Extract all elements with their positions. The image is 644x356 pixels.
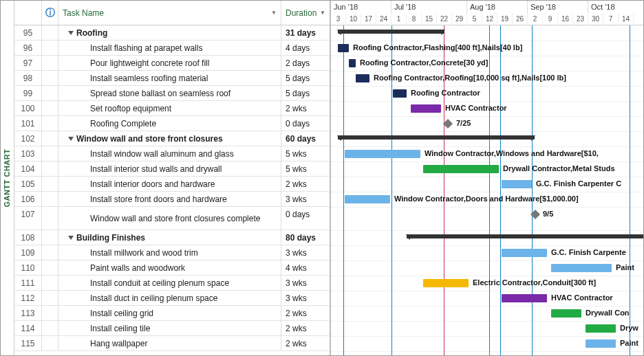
task-name-cell[interactable]: Install seamless roofing material	[58, 71, 281, 85]
duration-cell[interactable]: 80 days	[281, 230, 330, 245]
table-row[interactable]: 100Set rooftop equipment2 wks	[14, 101, 330, 116]
duration-cell[interactable]: 2 wks	[281, 306, 330, 320]
table-row[interactable]: 114Install ceiling tile2 wks	[14, 321, 330, 336]
duration-cell[interactable]: 0 days	[281, 116, 330, 131]
summary-bar[interactable]	[338, 135, 535, 140]
table-row[interactable]: 112Install duct in ceiling plenum space3…	[14, 291, 330, 306]
summary-bar[interactable]	[407, 234, 643, 238]
gantt-row	[331, 131, 643, 146]
collapse-icon[interactable]	[68, 31, 74, 35]
table-row[interactable]: 104Install interior stud walls and drywa…	[14, 162, 330, 177]
task-bar[interactable]	[393, 89, 407, 98]
task-bar[interactable]	[502, 180, 532, 188]
table-row[interactable]: 109Install millwork and wood trim3 wks	[14, 245, 330, 260]
task-name-cell[interactable]: Paint walls and woodwork	[58, 260, 281, 275]
col-id-header[interactable]	[14, 1, 42, 25]
task-bar[interactable]	[502, 249, 547, 257]
milestone-icon[interactable]	[443, 119, 453, 129]
task-name-cell[interactable]: Set rooftop equipment	[58, 101, 281, 115]
task-bar[interactable]	[411, 104, 441, 113]
task-name-cell[interactable]: Window wall and store front closures com…	[58, 207, 281, 230]
task-name-cell[interactable]: Spread stone ballast on seamless roof	[58, 86, 281, 100]
duration-cell[interactable]: 60 days	[281, 131, 330, 146]
task-name-cell[interactable]: Install window wall aluminum and glass	[58, 146, 281, 161]
task-name-cell[interactable]: Install conduit at ceiling plenum space	[58, 276, 281, 290]
col-info-header[interactable]: ⓘ	[42, 1, 58, 25]
duration-cell[interactable]: 3 wks	[281, 291, 330, 305]
milestone-icon[interactable]	[530, 210, 540, 219]
duration-cell[interactable]: 2 wks	[281, 321, 330, 335]
task-name-cell[interactable]: Install ceiling grid	[58, 306, 281, 320]
collapse-icon[interactable]	[68, 236, 74, 240]
duration-cell[interactable]: 5 wks	[281, 162, 330, 176]
table-row[interactable]: 98Install seamless roofing material5 day…	[14, 71, 330, 86]
task-name-cell[interactable]: Pour lightweight concrete roof fill	[58, 56, 281, 70]
duration-cell[interactable]: 5 days	[281, 86, 330, 100]
table-row[interactable]: 103Install window wall aluminum and glas…	[14, 146, 330, 162]
table-row[interactable]: 105Install interior doors and hardware2 …	[14, 177, 330, 192]
col-duration-header[interactable]: Duration ▼	[281, 1, 330, 25]
bar-label: Window Contractor,Windows and Hardware[$…	[425, 149, 599, 157]
duration-cell[interactable]: 3 wks	[281, 276, 330, 290]
duration-cell[interactable]: 3 wks	[281, 192, 330, 206]
task-bar[interactable]	[551, 309, 581, 318]
table-row[interactable]: 110Paint walls and woodwork4 wks	[14, 260, 330, 276]
table-row[interactable]: 99Spread stone ballast on seamless roof5…	[14, 86, 330, 101]
gantt-timeline[interactable]: Jun '18Jul '18Aug '18Sep '18Oct '18 3101…	[331, 1, 643, 355]
task-bar[interactable]	[586, 324, 616, 333]
duration-cell[interactable]: 5 days	[281, 71, 330, 85]
summary-bar[interactable]	[338, 30, 444, 34]
duration-cell[interactable]: 2 wks	[281, 177, 330, 191]
table-row[interactable]: 108Building Finishes80 days	[14, 230, 330, 245]
task-bar[interactable]	[423, 279, 469, 287]
duration-cell[interactable]: 3 wks	[281, 245, 330, 260]
task-bar[interactable]	[551, 264, 612, 272]
table-row[interactable]: 101Roofing Complete0 days	[14, 116, 330, 131]
table-row[interactable]: 95Roofing31 days	[14, 25, 330, 41]
day-header: 29	[452, 13, 467, 25]
duration-cell[interactable]: 0 days	[281, 207, 330, 230]
task-bar[interactable]	[423, 165, 499, 173]
task-name-cell[interactable]: Install interior doors and hardware	[58, 177, 281, 191]
duration-cell[interactable]: 4 days	[281, 41, 330, 55]
task-name-cell[interactable]: Window wall and store front closures	[58, 131, 281, 146]
table-row[interactable]: 102Window wall and store front closures6…	[14, 131, 330, 146]
task-bar[interactable]	[349, 59, 356, 67]
task-bar[interactable]	[338, 44, 349, 52]
task-name-cell[interactable]: Building Finishes	[58, 230, 281, 245]
task-bar[interactable]	[586, 340, 616, 348]
task-bar[interactable]	[345, 195, 390, 203]
table-row[interactable]: 115Hang wallpaper2 wks	[14, 336, 330, 351]
task-name-cell[interactable]: Roofing Complete	[58, 116, 281, 131]
duration-cell[interactable]: 4 wks	[281, 260, 330, 275]
col-task-header[interactable]: Task Name ▼	[58, 1, 281, 25]
task-name-cell[interactable]: Install millwork and wood trim	[58, 245, 281, 260]
row-id: 98	[14, 71, 42, 85]
bar-label: G.C. Finish Carpente	[551, 248, 626, 256]
task-bar[interactable]	[345, 150, 420, 158]
task-bar[interactable]	[502, 294, 547, 302]
chart-area[interactable]: Roofing Contractor,Flashing[400 ft],Nail…	[331, 25, 643, 355]
task-name-cell[interactable]: Hang wallpaper	[58, 336, 281, 351]
task-name-cell[interactable]: Install interior stud walls and drywall	[58, 162, 281, 176]
duration-cell[interactable]: 2 days	[281, 56, 330, 70]
table-row[interactable]: 107Window wall and store front closures …	[14, 207, 330, 230]
task-name-cell[interactable]: Install duct in ceiling plenum space	[58, 291, 281, 305]
task-bar[interactable]	[356, 74, 369, 82]
task-name-cell[interactable]: Install ceiling tile	[58, 321, 281, 335]
collapse-icon[interactable]	[68, 137, 74, 141]
task-name-cell[interactable]: Install flashing at parapet walls	[58, 41, 281, 55]
duration-cell[interactable]: 5 wks	[281, 146, 330, 161]
task-name-cell[interactable]: Roofing	[58, 25, 281, 40]
duration-cell[interactable]: 31 days	[281, 25, 330, 40]
task-name-cell[interactable]: Install store front doors and hardware	[58, 192, 281, 206]
table-row[interactable]: 106Install store front doors and hardwar…	[14, 192, 330, 207]
table-row[interactable]: 96Install flashing at parapet walls4 day…	[14, 41, 330, 56]
table-row[interactable]: 111Install conduit at ceiling plenum spa…	[14, 276, 330, 291]
table-row[interactable]: 113Install ceiling grid2 wks	[14, 306, 330, 321]
duration-cell[interactable]: 2 wks	[281, 336, 330, 351]
gantt-row: Roofing Contractor,Concrete[30 yd]	[331, 56, 643, 71]
duration-cell[interactable]: 2 wks	[281, 101, 330, 115]
table-row[interactable]: 97Pour lightweight concrete roof fill2 d…	[14, 56, 330, 71]
bar-label: HVAC Contractor	[551, 293, 613, 302]
